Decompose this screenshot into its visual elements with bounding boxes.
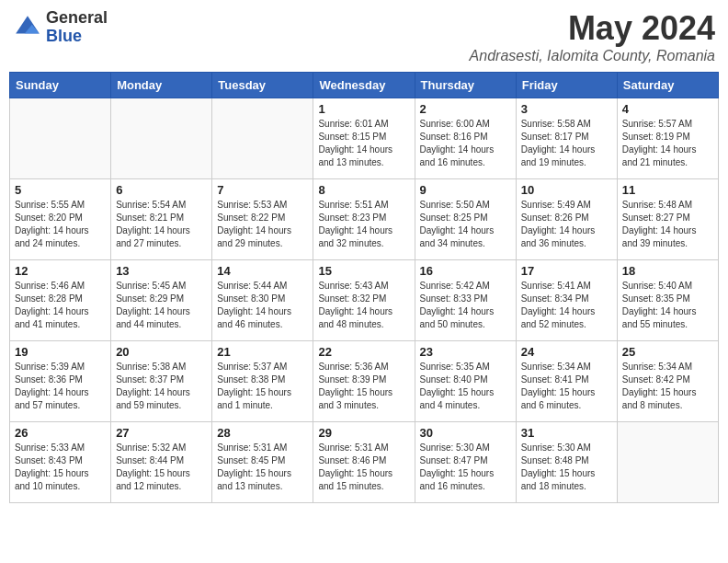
day-info: Sunrise: 5:54 AM Sunset: 8:21 PM Dayligh… [116,199,207,250]
day-number: 21 [217,345,308,359]
calendar-cell: 24Sunrise: 5:34 AM Sunset: 8:41 PM Dayli… [516,341,617,422]
week-row-3: 12Sunrise: 5:46 AM Sunset: 8:28 PM Dayli… [10,260,719,341]
calendar-cell: 25Sunrise: 5:34 AM Sunset: 8:42 PM Dayli… [617,341,718,422]
day-info: Sunrise: 5:57 AM Sunset: 8:19 PM Dayligh… [622,118,713,169]
day-number: 6 [116,183,207,197]
day-number: 22 [318,345,409,359]
header: General Blue May 2024 Andrasesti, Ialomi… [9,9,719,64]
col-header-friday: Friday [516,73,617,98]
calendar-cell: 1Sunrise: 6:01 AM Sunset: 8:15 PM Daylig… [313,98,415,179]
col-header-tuesday: Tuesday [212,73,313,98]
calendar-cell [10,98,111,179]
day-info: Sunrise: 5:36 AM Sunset: 8:39 PM Dayligh… [318,361,409,412]
day-number: 11 [622,183,713,197]
calendar-cell: 2Sunrise: 6:00 AM Sunset: 8:16 PM Daylig… [415,98,516,179]
col-header-sunday: Sunday [10,73,111,98]
calendar-cell: 14Sunrise: 5:44 AM Sunset: 8:30 PM Dayli… [212,260,313,341]
day-number: 12 [15,264,106,278]
calendar-cell: 11Sunrise: 5:48 AM Sunset: 8:27 PM Dayli… [617,179,718,260]
calendar-cell: 8Sunrise: 5:51 AM Sunset: 8:23 PM Daylig… [313,179,415,260]
day-info: Sunrise: 5:31 AM Sunset: 8:46 PM Dayligh… [318,442,409,493]
calendar-cell: 30Sunrise: 5:30 AM Sunset: 8:47 PM Dayli… [415,422,516,503]
col-header-saturday: Saturday [617,73,718,98]
calendar-cell: 17Sunrise: 5:41 AM Sunset: 8:34 PM Dayli… [516,260,617,341]
day-info: Sunrise: 5:30 AM Sunset: 8:47 PM Dayligh… [420,442,511,493]
calendar-cell: 29Sunrise: 5:31 AM Sunset: 8:46 PM Dayli… [313,422,415,503]
day-info: Sunrise: 5:34 AM Sunset: 8:41 PM Dayligh… [521,361,612,412]
calendar-header-row: SundayMondayTuesdayWednesdayThursdayFrid… [10,73,719,98]
col-header-thursday: Thursday [415,73,516,98]
calendar-cell: 28Sunrise: 5:31 AM Sunset: 8:45 PM Dayli… [212,422,313,503]
logo-icon [13,13,42,42]
day-number: 25 [622,345,713,359]
calendar-cell: 21Sunrise: 5:37 AM Sunset: 8:38 PM Dayli… [212,341,313,422]
day-number: 23 [420,345,511,359]
day-number: 26 [15,426,106,440]
day-info: Sunrise: 5:35 AM Sunset: 8:40 PM Dayligh… [420,361,511,412]
day-info: Sunrise: 5:50 AM Sunset: 8:25 PM Dayligh… [420,199,511,250]
day-number: 10 [521,183,612,197]
month-year-title: May 2024 [470,9,715,48]
day-info: Sunrise: 5:30 AM Sunset: 8:48 PM Dayligh… [521,442,612,493]
day-info: Sunrise: 5:48 AM Sunset: 8:27 PM Dayligh… [622,199,713,250]
week-row-1: 1Sunrise: 6:01 AM Sunset: 8:15 PM Daylig… [10,98,719,179]
week-row-4: 19Sunrise: 5:39 AM Sunset: 8:36 PM Dayli… [10,341,719,422]
calendar-cell: 9Sunrise: 5:50 AM Sunset: 8:25 PM Daylig… [415,179,516,260]
logo-general-text: General [46,9,108,28]
day-number: 20 [116,345,207,359]
calendar-cell [212,98,313,179]
day-number: 31 [521,426,612,440]
day-info: Sunrise: 5:44 AM Sunset: 8:30 PM Dayligh… [217,280,308,331]
day-info: Sunrise: 5:49 AM Sunset: 8:26 PM Dayligh… [521,199,612,250]
day-number: 17 [521,264,612,278]
day-info: Sunrise: 5:38 AM Sunset: 8:37 PM Dayligh… [116,361,207,412]
day-number: 2 [420,102,511,116]
day-info: Sunrise: 5:39 AM Sunset: 8:36 PM Dayligh… [15,361,106,412]
calendar-table: SundayMondayTuesdayWednesdayThursdayFrid… [9,72,719,503]
calendar-cell: 7Sunrise: 5:53 AM Sunset: 8:22 PM Daylig… [212,179,313,260]
week-row-5: 26Sunrise: 5:33 AM Sunset: 8:43 PM Dayli… [10,422,719,503]
col-header-monday: Monday [111,73,212,98]
calendar-cell: 16Sunrise: 5:42 AM Sunset: 8:33 PM Dayli… [415,260,516,341]
day-number: 5 [15,183,106,197]
calendar-cell: 20Sunrise: 5:38 AM Sunset: 8:37 PM Dayli… [111,341,212,422]
calendar-cell: 18Sunrise: 5:40 AM Sunset: 8:35 PM Dayli… [617,260,718,341]
day-number: 29 [318,426,409,440]
day-info: Sunrise: 5:51 AM Sunset: 8:23 PM Dayligh… [318,199,409,250]
logo: General Blue [13,9,108,46]
location-subtitle: Andrasesti, Ialomita County, Romania [470,48,715,64]
calendar-cell: 10Sunrise: 5:49 AM Sunset: 8:26 PM Dayli… [516,179,617,260]
day-number: 8 [318,183,409,197]
day-number: 16 [420,264,511,278]
calendar-cell: 12Sunrise: 5:46 AM Sunset: 8:28 PM Dayli… [10,260,111,341]
day-number: 18 [622,264,713,278]
day-info: Sunrise: 6:01 AM Sunset: 8:15 PM Dayligh… [318,118,409,169]
day-number: 28 [217,426,308,440]
day-number: 19 [15,345,106,359]
day-info: Sunrise: 5:31 AM Sunset: 8:45 PM Dayligh… [217,442,308,493]
day-info: Sunrise: 5:37 AM Sunset: 8:38 PM Dayligh… [217,361,308,412]
calendar-cell: 23Sunrise: 5:35 AM Sunset: 8:40 PM Dayli… [415,341,516,422]
day-info: Sunrise: 5:53 AM Sunset: 8:22 PM Dayligh… [217,199,308,250]
week-row-2: 5Sunrise: 5:55 AM Sunset: 8:20 PM Daylig… [10,179,719,260]
calendar-cell: 13Sunrise: 5:45 AM Sunset: 8:29 PM Dayli… [111,260,212,341]
day-info: Sunrise: 5:33 AM Sunset: 8:43 PM Dayligh… [15,442,106,493]
calendar-cell: 27Sunrise: 5:32 AM Sunset: 8:44 PM Dayli… [111,422,212,503]
logo-blue-text: Blue [46,28,108,46]
calendar-cell: 5Sunrise: 5:55 AM Sunset: 8:20 PM Daylig… [10,179,111,260]
day-number: 7 [217,183,308,197]
calendar-cell: 4Sunrise: 5:57 AM Sunset: 8:19 PM Daylig… [617,98,718,179]
col-header-wednesday: Wednesday [313,73,415,98]
day-info: Sunrise: 5:46 AM Sunset: 8:28 PM Dayligh… [15,280,106,331]
title-block: May 2024 Andrasesti, Ialomita County, Ro… [470,9,715,64]
day-number: 24 [521,345,612,359]
day-number: 15 [318,264,409,278]
day-info: Sunrise: 5:41 AM Sunset: 8:34 PM Dayligh… [521,280,612,331]
calendar-cell: 15Sunrise: 5:43 AM Sunset: 8:32 PM Dayli… [313,260,415,341]
calendar-cell [617,422,718,503]
day-info: Sunrise: 5:45 AM Sunset: 8:29 PM Dayligh… [116,280,207,331]
day-number: 27 [116,426,207,440]
day-info: Sunrise: 5:32 AM Sunset: 8:44 PM Dayligh… [116,442,207,493]
day-number: 4 [622,102,713,116]
calendar-cell: 26Sunrise: 5:33 AM Sunset: 8:43 PM Dayli… [10,422,111,503]
